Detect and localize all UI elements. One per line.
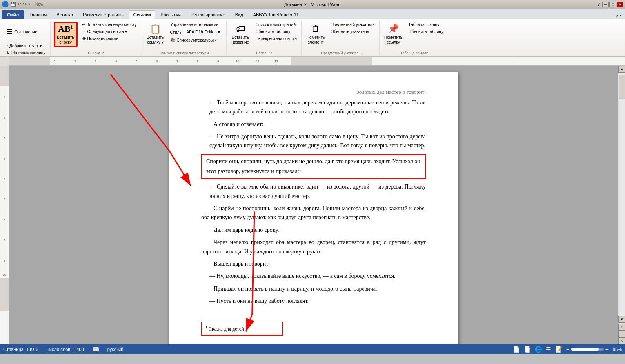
toc-label: Оглавление: [14, 30, 37, 34]
tab-mailings[interactable]: Рассылки: [156, 10, 185, 19]
para-cutoff: Золотых дел мастер и говорит:: [201, 88, 426, 97]
mark-item-btn[interactable]: 🗒 Пометитьэлемент: [305, 22, 326, 47]
scroll-thumb[interactable]: [619, 75, 625, 99]
zoom-control[interactable]: − + 95%: [566, 346, 622, 353]
tab-abbyy[interactable]: ABBYY FineReader 11: [249, 10, 303, 19]
toc-button[interactable]: ≡ Оглавление: [4, 22, 39, 42]
style-value: APA Fifth Edition ▾: [187, 30, 220, 34]
view-web-btn[interactable]: 🌐: [535, 346, 542, 353]
quick-access-dropdown[interactable]: ▾: [28, 2, 30, 7]
zoom-bar[interactable]: [571, 348, 604, 351]
quick-save[interactable]: 💾: [10, 2, 16, 7]
end-footnote-btn[interactable]: ↵ Вставить концевую сноску: [80, 22, 139, 28]
zoom-level: 95%: [610, 347, 622, 352]
zoom-plus-btn[interactable]: +: [605, 346, 609, 353]
manage-sources-label: Управление источниками: [170, 22, 218, 27]
para-5: — Сделайте вы мне оба по диковинке: один…: [209, 182, 426, 201]
toc-icon: ≡: [6, 25, 13, 38]
ribbon-minimize[interactable]: ^: [620, 14, 622, 19]
tab-home[interactable]: Главная: [25, 10, 51, 19]
status-bar: Страница: 1 из 6 Число слов: 1 403 📖 рус…: [0, 344, 625, 354]
horizontal-ruler: 1 2 3 4 5 6 7 8 9 10 11 12: [9, 57, 625, 65]
view-reading-btn[interactable]: 📑: [524, 346, 531, 353]
title-bar-controls[interactable]: ? ─ □ ✕: [596, 2, 623, 7]
restore-btn[interactable]: □: [609, 2, 616, 7]
svg-text:12: 12: [274, 60, 278, 63]
cross-ref-btn[interactable]: Перекрестная ссылка: [254, 36, 299, 42]
prev-page-btn[interactable]: ◁: [618, 324, 625, 331]
style-dropdown[interactable]: APA Fifth Edition ▾: [185, 29, 222, 35]
tab-references[interactable]: Ссылки: [129, 10, 156, 19]
update-index-btn[interactable]: Обновить указатель: [329, 29, 376, 35]
doc-scroll-area[interactable]: Золотых дел мастер и говорит: — Твоё мас…: [9, 66, 618, 344]
illustrations-list-btn[interactable]: Список иллюстраций: [254, 22, 299, 28]
tab-file[interactable]: Файл: [2, 10, 24, 19]
tab-insert[interactable]: Вставка: [52, 10, 78, 19]
next-page-btn[interactable]: ▷: [618, 337, 625, 344]
add-text-btn[interactable]: ↕ Добавить текст ▾: [4, 43, 44, 49]
next-footnote-icon: →: [82, 29, 86, 34]
insert-footnote-icon: AB1: [58, 24, 73, 34]
scroll-up-btn[interactable]: ▲: [618, 66, 625, 73]
lang-status[interactable]: русский: [107, 347, 123, 352]
document-page[interactable]: Золотых дел мастер и говорит: — Твоё мас…: [169, 72, 458, 344]
svg-text:10: 10: [3, 273, 6, 276]
svg-rect-17: [0, 278, 9, 311]
insert-citation-icon: 📋: [150, 24, 161, 34]
svg-text:6: 6: [156, 60, 158, 63]
scroll-down-btn[interactable]: ▼: [618, 316, 625, 323]
mark-citation-btn[interactable]: 📌 Пометитьссылку: [383, 22, 404, 47]
show-footnotes-btn[interactable]: 👁 Показать сноски: [80, 36, 139, 42]
next-footnote-btn[interactable]: → Следующая сноска ▾: [80, 29, 139, 35]
para-9: Вышел царь и говорит:: [201, 260, 426, 269]
subject-index-btn[interactable]: Предметный указатель: [329, 22, 376, 28]
insert-caption-icon: 🏷: [236, 24, 245, 34]
tab-page-layout[interactable]: Разметка страницы: [78, 10, 128, 19]
insert-citation-btn[interactable]: 📋 Вставитьссылку ▾: [145, 22, 166, 47]
end-footnote-icon: ↵: [82, 22, 85, 27]
help-btn[interactable]: ?: [596, 2, 601, 7]
select-obj-btn[interactable]: ⊙: [618, 331, 625, 337]
quick-undo[interactable]: ↩: [18, 2, 21, 7]
add-text-icon: ↕: [6, 44, 8, 48]
insert-caption-btn[interactable]: 🏷 Вставитьназвание: [230, 22, 251, 47]
para-7: Дал им царь неделю сроку.: [201, 226, 426, 235]
right-scrollbar[interactable]: ▲ ▼ ◁ ⊙ ▷: [618, 66, 625, 344]
group-footnotes-label: Сноски ↗: [88, 51, 104, 55]
bibliography-btn[interactable]: 📚 Список литературы ▾: [168, 37, 223, 43]
manage-sources-btn[interactable]: Управление источниками: [168, 22, 223, 28]
update-index-label: Обновить указатель: [331, 29, 369, 34]
title-bar-left: 🔵 💾 ↩ ↪ ▾ New: [2, 1, 43, 8]
view-draft-btn[interactable]: 📝: [555, 346, 562, 353]
insert-caption-label: Вставитьназвание: [231, 35, 249, 45]
quick-redo[interactable]: ↪: [23, 2, 27, 7]
ribbon-help[interactable]: ?: [616, 14, 618, 19]
scroll-track[interactable]: [619, 73, 625, 316]
update-caption-table-btn[interactable]: Обновить таблицу: [254, 29, 299, 35]
update-citation-table-btn[interactable]: Обновить таблицу: [407, 29, 446, 35]
zoom-minus-btn[interactable]: −: [566, 346, 569, 353]
words-status: Число слов: 1 403: [47, 347, 84, 352]
citation-table-btn[interactable]: Таблица ссылок: [407, 22, 446, 28]
style-label: Стиль:: [170, 30, 182, 35]
footnote-area: 1 Сказка для детей: [201, 318, 426, 336]
svg-text:3: 3: [95, 60, 97, 63]
para-6: С царём не поспоришь, коли жизнь дорога.…: [201, 204, 426, 222]
group-captions: 🏷 Вставитьназвание Список иллюстраций Об…: [227, 21, 302, 56]
tab-view[interactable]: Вид: [231, 10, 248, 19]
end-footnote-label: Вставить концевую сноску: [87, 22, 137, 27]
update-toc-icon: ↻: [6, 51, 9, 55]
view-normal-btn[interactable]: 📄: [513, 346, 520, 353]
minimize-btn[interactable]: ─: [602, 2, 609, 7]
citation-table-label: Таблица ссылок: [409, 22, 439, 27]
view-outline-btn[interactable]: ☰: [546, 346, 551, 353]
svg-text:9: 9: [4, 259, 5, 262]
insert-footnote-button[interactable]: AB1 Вставитьсноску: [54, 22, 78, 47]
doc-area: 1 2 3 4 5 6 7 8 9 10 Золотых дел мастер …: [0, 66, 625, 344]
close-btn[interactable]: ✕: [617, 2, 623, 7]
tab-review[interactable]: Рецензирование: [186, 10, 230, 19]
para-11: Приказал он позвать в палату и царицу, и…: [201, 284, 426, 293]
svg-rect-2: [291, 57, 372, 65]
spell-icon[interactable]: 📖: [92, 346, 99, 353]
bibliography-icon: 📚: [170, 38, 175, 42]
